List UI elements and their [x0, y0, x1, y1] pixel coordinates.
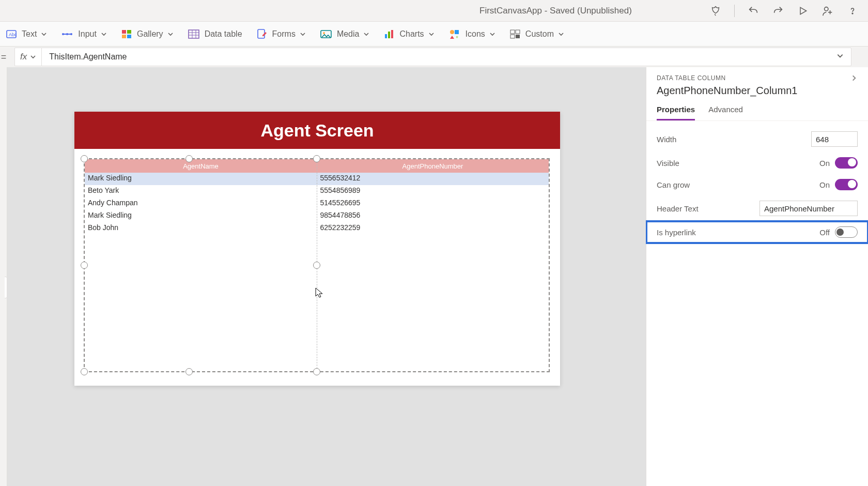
prop-cangrow-toggle[interactable]: [835, 179, 858, 190]
cell-phone: 5145526695: [317, 198, 549, 210]
play-icon[interactable]: [797, 5, 809, 17]
svg-marker-0: [800, 7, 807, 14]
icons-icon: +: [449, 29, 460, 39]
cell-name: Mark Siedling: [85, 173, 317, 185]
svg-point-1: [825, 7, 828, 10]
help-icon[interactable]: [846, 5, 859, 17]
undo-icon[interactable]: [747, 5, 760, 17]
resize-handle[interactable]: [81, 155, 88, 162]
ribbon-charts[interactable]: Charts: [384, 29, 434, 39]
cell-name: Andy Champan: [85, 198, 317, 210]
resize-handle[interactable]: [313, 155, 320, 162]
col-header-agentphone[interactable]: AgentPhoneNumber: [317, 159, 549, 173]
text-icon: Abc: [6, 29, 17, 39]
app-checker-icon[interactable]: [709, 5, 722, 17]
chevron-down-icon: [489, 31, 495, 37]
prop-width-input[interactable]: [811, 131, 858, 147]
prop-headertext-input[interactable]: [760, 201, 858, 216]
custom-icon: [510, 29, 520, 39]
ribbon-custom[interactable]: Custom: [510, 29, 564, 39]
fx-button[interactable]: fx: [14, 48, 41, 66]
formula-bar: = fx ThisItem.AgentName: [0, 47, 868, 67]
media-icon: [320, 29, 332, 39]
properties-category-label: DATA TABLE COLUMN: [657, 74, 726, 82]
resize-handle[interactable]: [81, 262, 88, 269]
canvas-area[interactable]: Agent Screen AgentName AgentPhoneNumber …: [7, 67, 646, 486]
svg-rect-12: [189, 30, 199, 38]
svg-point-6: [66, 33, 68, 35]
prop-visible-label: Visible: [657, 159, 679, 168]
svg-text:Abc: Abc: [9, 32, 17, 37]
ribbon-input-label: Input: [78, 29, 97, 39]
ribbon-forms-label: Forms: [272, 29, 296, 39]
svg-text:+: +: [456, 35, 458, 39]
redo-icon[interactable]: [772, 5, 784, 17]
charts-icon: [384, 29, 394, 39]
ribbon-custom-label: Custom: [525, 29, 554, 39]
prop-cangrow-label: Can grow: [657, 180, 690, 189]
cell-phone: 6252232259: [317, 222, 549, 235]
formula-value: ThisItem.AgentName: [49, 52, 127, 62]
prop-headertext-label: Header Text: [657, 204, 699, 213]
chevron-down-icon: [558, 31, 564, 37]
prop-hyperlink-value: Off: [819, 228, 830, 237]
svg-rect-27: [516, 30, 520, 34]
svg-rect-29: [516, 35, 520, 38]
chevron-down-icon: [41, 31, 47, 37]
resize-handle[interactable]: [185, 155, 193, 162]
ribbon-media-label: Media: [337, 29, 360, 39]
tab-advanced[interactable]: Advanced: [708, 102, 743, 120]
svg-rect-26: [510, 30, 515, 34]
tab-properties[interactable]: Properties: [657, 102, 695, 120]
ribbon-text-label: Text: [22, 29, 37, 39]
svg-rect-10: [122, 35, 126, 38]
svg-rect-11: [127, 35, 131, 38]
prop-visible-toggle[interactable]: [835, 157, 858, 169]
svg-rect-20: [385, 34, 387, 38]
cell-phone: 5554856989: [317, 185, 549, 198]
svg-rect-9: [127, 30, 131, 34]
ribbon-input[interactable]: Input: [61, 29, 107, 39]
svg-point-7: [70, 33, 72, 35]
svg-rect-24: [455, 30, 459, 34]
svg-point-5: [62, 33, 64, 35]
svg-point-2: [852, 13, 853, 14]
ribbon-forms[interactable]: Forms: [257, 29, 306, 39]
resize-handle[interactable]: [81, 368, 88, 375]
properties-pane: DATA TABLE COLUMN AgentPhoneNumber_Colum…: [646, 67, 868, 486]
cell-phone: 9854478856: [317, 210, 549, 222]
prop-hyperlink-toggle[interactable]: [835, 226, 858, 238]
svg-rect-22: [391, 30, 393, 38]
ribbon-media[interactable]: Media: [320, 29, 370, 39]
resize-handle[interactable]: [185, 368, 193, 375]
share-icon[interactable]: [822, 5, 834, 17]
svg-rect-8: [122, 30, 126, 34]
prop-width-label: Width: [657, 135, 676, 144]
ribbon-icons[interactable]: + Icons: [449, 29, 495, 39]
svg-rect-21: [388, 32, 390, 38]
chevron-down-icon: [428, 31, 435, 37]
left-pane-collapsed[interactable]: [0, 67, 7, 486]
ribbon-datatable-label: Data table: [205, 29, 242, 39]
property-list: Width Visible On Can grow On Header Text: [646, 121, 868, 248]
ribbon-charts-label: Charts: [399, 29, 424, 39]
main-area: Agent Screen AgentName AgentPhoneNumber …: [0, 67, 868, 486]
formula-input[interactable]: ThisItem.AgentName: [41, 48, 851, 66]
selected-control-name: AgentPhoneNumber_Column1: [646, 82, 868, 102]
properties-category: DATA TABLE COLUMN: [646, 74, 868, 82]
resize-handle[interactable]: [313, 262, 320, 269]
formula-expand-icon[interactable]: [836, 52, 844, 62]
chevron-right-icon[interactable]: [850, 74, 858, 82]
resize-handle[interactable]: [313, 368, 320, 375]
ribbon-text[interactable]: Abc Text: [6, 29, 47, 39]
prop-cangrow-value: On: [819, 180, 830, 189]
ribbon: Abc Text Input Gallery Data table Forms …: [0, 22, 868, 47]
equals-label: =: [0, 52, 7, 63]
prop-headertext: Header Text: [646, 195, 868, 221]
fx-label: fx: [20, 52, 27, 62]
ribbon-datatable[interactable]: Data table: [188, 29, 242, 39]
ribbon-gallery[interactable]: Gallery: [121, 29, 174, 39]
separator: [734, 5, 735, 17]
datatable-control[interactable]: AgentName AgentPhoneNumber Mark Siedling…: [84, 158, 550, 372]
col-header-agentname[interactable]: AgentName: [85, 159, 317, 173]
